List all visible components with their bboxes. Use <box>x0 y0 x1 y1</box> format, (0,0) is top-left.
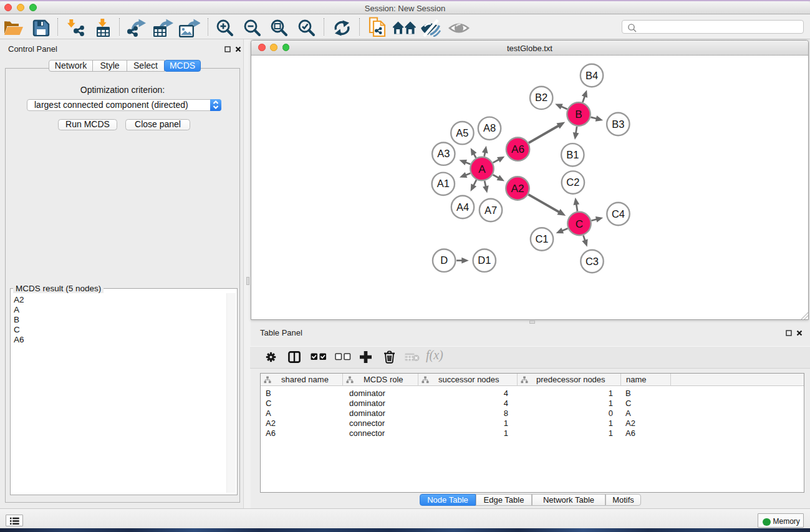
svg-text:A5: A5 <box>456 127 468 138</box>
svg-text:A3: A3 <box>437 148 450 159</box>
svg-text:C: C <box>576 218 583 230</box>
svg-text:A4: A4 <box>456 201 469 213</box>
svg-text:A7: A7 <box>485 205 497 216</box>
svg-text:C2: C2 <box>566 177 579 188</box>
svg-text:B4: B4 <box>586 70 598 81</box>
svg-text:A8: A8 <box>483 122 496 133</box>
svg-text:B2: B2 <box>535 92 547 103</box>
svg-text:C3: C3 <box>586 256 599 267</box>
svg-text:C1: C1 <box>535 233 548 244</box>
svg-text:A2: A2 <box>511 182 524 195</box>
svg-text:A: A <box>478 163 486 175</box>
svg-text:B3: B3 <box>612 118 624 130</box>
svg-text:A1: A1 <box>437 178 450 189</box>
svg-text:D1: D1 <box>478 254 491 266</box>
svg-text:D: D <box>440 254 448 266</box>
svg-text:B1: B1 <box>566 149 579 160</box>
svg-text:B: B <box>575 108 582 120</box>
svg-text:C4: C4 <box>612 208 625 220</box>
svg-text:A6: A6 <box>511 143 524 155</box>
